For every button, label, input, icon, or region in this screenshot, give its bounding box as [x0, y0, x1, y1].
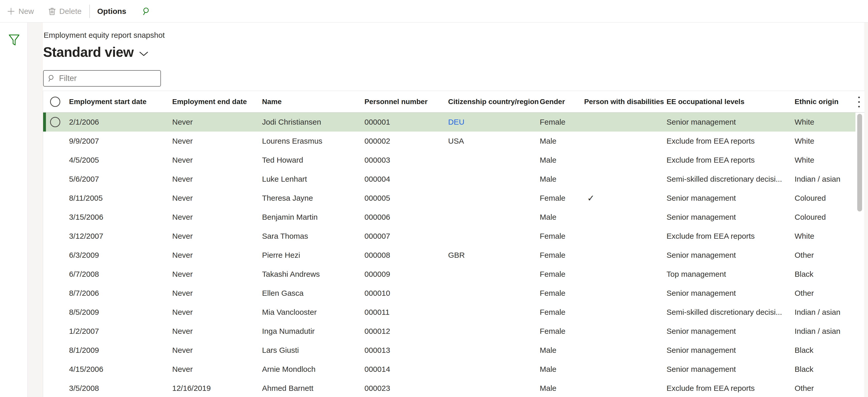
- cell-name: Lourens Erasmus: [262, 137, 365, 145]
- cell-ee: Senior management: [666, 194, 795, 202]
- content-card: Employment equity report snapshot Standa…: [43, 23, 864, 397]
- new-button[interactable]: New: [7, 7, 34, 16]
- view-title: Standard view: [43, 44, 134, 60]
- toolbar-search-button[interactable]: [142, 7, 151, 16]
- table-row[interactable]: 8/5/2009NeverMia Vanclooster000011Female…: [43, 303, 856, 322]
- table-row[interactable]: 3/15/2006NeverBenjamin Martin000006MaleS…: [43, 208, 856, 227]
- cell-ee: Senior management: [666, 365, 795, 374]
- options-button[interactable]: Options: [97, 7, 126, 16]
- cell-gender: Female: [540, 232, 584, 240]
- cell-gender: Female: [540, 289, 584, 297]
- left-icon-strip: [0, 23, 28, 397]
- table-row[interactable]: 8/11/2005NeverTheresa Jayne000005Female✓…: [43, 189, 856, 208]
- cell-name: Mia Vanclooster: [262, 308, 365, 317]
- filter-pane-button[interactable]: [8, 34, 20, 46]
- citizenship-link[interactable]: DEU: [448, 118, 464, 126]
- table-row[interactable]: 1/2/2007NeverInga Numadutir000012FemaleS…: [43, 322, 856, 341]
- cell-personnel: 000002: [365, 137, 448, 145]
- cell-start: 5/6/2007: [69, 175, 172, 183]
- table-row[interactable]: 9/9/2007NeverLourens Erasmus000002USAMal…: [43, 132, 856, 150]
- select-all-radio[interactable]: [43, 96, 69, 107]
- cell-gender: Male: [540, 365, 584, 374]
- cell-gender: Female: [540, 327, 584, 336]
- table-row[interactable]: 3/5/200812/16/2019Ahmed Barnett000023Mal…: [43, 379, 856, 397]
- table-row[interactable]: 8/1/2009NeverLars Giusti000013MaleSenior…: [43, 341, 856, 360]
- delete-button[interactable]: Delete: [48, 7, 82, 16]
- cell-ethnic: Indian / asian: [795, 327, 858, 336]
- chevron-down-icon: [139, 51, 149, 57]
- cell-ee: Semi-skilled discretionary decisi...: [666, 175, 795, 183]
- cell-end: Never: [172, 213, 262, 222]
- cell-ethnic: Coloured: [795, 194, 858, 202]
- cell-ethnic: White: [795, 118, 858, 126]
- cell-personnel: 000004: [365, 175, 448, 183]
- selected-row-indicator: [43, 113, 46, 132]
- search-icon: [142, 7, 151, 16]
- page-caption: Employment equity report snapshot: [43, 31, 165, 39]
- radio-circle-icon: [50, 96, 60, 107]
- column-header-4[interactable]: Personnel number: [365, 97, 448, 106]
- table-row[interactable]: 6/7/2008NeverTakashi Andrews000009Female…: [43, 265, 856, 284]
- cell-gender: Male: [540, 384, 584, 393]
- column-header-1[interactable]: Employment start date: [69, 97, 172, 106]
- cell-end: Never: [172, 232, 262, 240]
- cell-personnel: 000010: [365, 289, 448, 297]
- cell-ee: Senior management: [666, 118, 795, 126]
- cell-end: Never: [172, 308, 262, 317]
- column-header-8[interactable]: EE occupational levels: [666, 97, 795, 106]
- cell-gender: Female: [540, 270, 584, 279]
- action-toolbar: New Delete Options: [0, 0, 868, 23]
- table-row[interactable]: 4/5/2005NeverTed Howard000003MaleExclude…: [43, 150, 856, 170]
- column-header-7[interactable]: Person with disabilities: [584, 97, 666, 106]
- column-header-9[interactable]: Ethnic origin: [795, 97, 858, 106]
- radio-circle-icon: [50, 117, 60, 127]
- table-row[interactable]: 4/15/2006NeverArnie Mondloch000014MaleSe…: [43, 360, 856, 379]
- column-header-2[interactable]: Employment end date: [172, 97, 262, 106]
- cell-name: Pierre Hezi: [262, 251, 365, 259]
- cell-ee: Top management: [666, 270, 795, 279]
- filter-input[interactable]: [59, 70, 161, 86]
- column-header-5[interactable]: Citizenship country/region: [448, 97, 540, 106]
- table-row[interactable]: 8/7/2006NeverEllen Gasca000010FemaleSeni…: [43, 284, 856, 303]
- cell-end: 12/16/2019: [172, 384, 262, 393]
- table-row[interactable]: 3/12/2007NeverSara Thomas000007FemaleExc…: [43, 227, 856, 246]
- row-select-radio[interactable]: [43, 117, 69, 127]
- cell-start: 8/5/2009: [69, 308, 172, 317]
- cell-ethnic: Indian / asian: [795, 308, 858, 317]
- cell-ethnic: White: [795, 156, 858, 165]
- cell-ethnic: Black: [795, 270, 858, 279]
- cell-personnel: 000012: [365, 327, 448, 336]
- cell-ethnic: Other: [795, 251, 858, 259]
- table-row[interactable]: 5/6/2007NeverLuke Lenhart000004MaleSemi-…: [43, 170, 856, 189]
- cell-citizenship: GBR: [448, 251, 540, 259]
- cell-name: Sara Thomas: [262, 232, 365, 240]
- cell-end: Never: [172, 327, 262, 336]
- employment-equity-page: New Delete Options: [0, 0, 868, 397]
- kebab-icon: [858, 96, 864, 107]
- table-row[interactable]: 2/1/2006NeverJodi Christiansen000001DEUF…: [43, 113, 856, 132]
- column-header-3[interactable]: Name: [262, 97, 365, 106]
- cell-start: 3/5/2008: [69, 384, 172, 393]
- cell-gender: Female: [540, 308, 584, 317]
- column-header-6[interactable]: Gender: [540, 97, 584, 106]
- cell-personnel: 000009: [365, 270, 448, 279]
- cell-ethnic: Black: [795, 365, 858, 374]
- cell-ethnic: White: [795, 137, 858, 145]
- view-selector[interactable]: Standard view: [43, 44, 149, 60]
- table-row[interactable]: 6/3/2009NeverPierre Hezi000008GBRFemaleS…: [43, 246, 856, 265]
- cell-ee: Exclude from EEA reports: [666, 232, 795, 240]
- cell-end: Never: [172, 137, 262, 145]
- cell-personnel: 000006: [365, 213, 448, 222]
- cell-ee: Senior management: [666, 289, 795, 297]
- cell-start: 1/2/2007: [69, 327, 172, 336]
- cell-start: 2/1/2006: [69, 118, 172, 126]
- cell-name: Ellen Gasca: [262, 289, 365, 297]
- vertical-scrollbar-thumb[interactable]: [857, 114, 862, 211]
- cell-ethnic: Coloured: [795, 213, 858, 222]
- cell-name: Theresa Jayne: [262, 194, 365, 202]
- cell-ethnic: Black: [795, 346, 858, 355]
- grid-options-kebab-button[interactable]: [858, 96, 864, 107]
- cell-gender: Male: [540, 213, 584, 222]
- cell-gender: Male: [540, 137, 584, 145]
- filter-search-icon: [48, 75, 56, 82]
